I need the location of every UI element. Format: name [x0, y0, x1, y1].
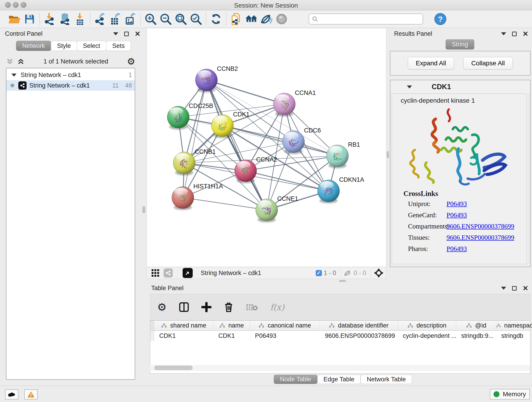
float-panel-icon[interactable]	[512, 286, 517, 291]
search-input[interactable]	[318, 15, 420, 23]
export-network-button[interactable]	[93, 12, 108, 26]
help-button[interactable]: ?	[433, 12, 448, 26]
export-image-button[interactable]	[123, 12, 138, 26]
network-edge[interactable]	[183, 198, 267, 210]
network-row-selected[interactable]: String Network – cdk1 11 48	[6, 80, 135, 91]
network-graph[interactable]: CCNB2CCNA1CDC25BCDK1CDC6RB1CCNB1CCNA2CDK…	[147, 28, 386, 267]
crosslink-uniprot-link[interactable]: P06493	[447, 200, 467, 208]
tab-select[interactable]: Select	[77, 41, 106, 51]
clone-network-button[interactable]	[229, 12, 244, 26]
network-node-HIST1H1A[interactable]: HIST1H1A	[172, 183, 223, 210]
import-table-button[interactable]	[72, 12, 88, 26]
birdseye-view-button[interactable]	[183, 268, 193, 278]
table-cell[interactable]: cyclin-dependent ...	[398, 331, 456, 341]
collection-expand-icon[interactable]	[12, 74, 17, 77]
column-header-6[interactable]: namespac	[496, 321, 532, 330]
save-session-button[interactable]	[22, 12, 37, 26]
cloud-status-button[interactable]	[5, 389, 18, 400]
network-edge[interactable]	[206, 80, 267, 210]
table-hscrollbar-thumb[interactable]	[154, 366, 193, 370]
add-column-icon[interactable]	[201, 302, 211, 312]
import-network-file-button[interactable]	[42, 12, 57, 26]
open-session-button[interactable]	[7, 12, 22, 26]
import-network-database-button[interactable]	[57, 12, 72, 26]
delete-column-icon[interactable]	[224, 302, 234, 313]
collapse-all-button[interactable]: Collapse All	[463, 57, 513, 70]
search-field[interactable]	[309, 13, 423, 25]
results-panel-title: Results Panel	[394, 30, 432, 37]
warnings-button[interactable]	[24, 389, 38, 400]
column-header-4[interactable]: description	[398, 321, 456, 330]
left-splitter-handle[interactable]	[143, 206, 145, 213]
tab-edge-table[interactable]: Edge Table	[317, 375, 361, 384]
crosslink-compartments-link[interactable]: 9606.ENSP00000378699	[447, 223, 514, 230]
table-hscrollbar[interactable]	[150, 365, 530, 371]
float-panel-icon[interactable]	[124, 32, 129, 36]
zoom-out-button[interactable]	[158, 12, 173, 26]
table-cell[interactable]: P06493	[250, 331, 320, 341]
table-cell[interactable]: CDK1	[154, 331, 213, 341]
zoom-out-icon	[160, 13, 172, 25]
network-node-CDKN1A[interactable]: CDKN1A	[317, 176, 364, 203]
table-options-gear-icon[interactable]: ⚙	[157, 302, 167, 313]
table-cell[interactable]: 9606.ENSP00000378699	[320, 331, 398, 341]
close-panel-icon[interactable]: ✕	[523, 32, 528, 36]
expand-all-icon[interactable]	[17, 57, 25, 65]
tab-string[interactable]: String	[446, 39, 474, 50]
function-builder-button: f(x)	[270, 303, 284, 312]
network-options-gear-icon[interactable]: ⚙	[127, 57, 135, 66]
panel-menu-icon[interactable]	[501, 287, 506, 290]
tab-network[interactable]: Network	[16, 41, 51, 51]
panel-menu-icon[interactable]	[113, 32, 118, 35]
hide-glass-button[interactable]	[259, 12, 274, 26]
column-header-1[interactable]: name	[213, 321, 250, 330]
export-table-button[interactable]	[108, 12, 123, 26]
close-panel-icon[interactable]: ✕	[135, 32, 140, 36]
network-thumbnail-icon[interactable]	[164, 268, 173, 278]
expand-all-button[interactable]: Expand All	[408, 57, 454, 70]
column-header-3[interactable]: database identifier	[320, 321, 398, 330]
protein-collapse-icon[interactable]	[407, 85, 412, 89]
apply-layout-button[interactable]	[209, 12, 224, 26]
tab-node-table[interactable]: Node Table	[274, 375, 317, 384]
import-network-icon	[44, 13, 56, 25]
network-edge[interactable]	[206, 80, 284, 104]
zoom-in-button[interactable]	[143, 12, 158, 26]
table-cell[interactable]: stringdb	[496, 331, 532, 341]
tab-network-table[interactable]: Network Table	[361, 375, 412, 384]
grid-view-icon[interactable]	[151, 269, 159, 277]
show-columns-icon[interactable]	[179, 302, 189, 312]
table-cell[interactable]: CDK1	[213, 331, 250, 341]
column-header-5[interactable]: @id	[456, 321, 496, 330]
selected-checkbox-icon[interactable]: ✓	[316, 270, 322, 276]
network-node-CCNA1[interactable]: CCNA1	[273, 89, 316, 116]
zoom-fit-button[interactable]	[173, 12, 188, 26]
network-node-CDC25B[interactable]: CDC25B	[167, 102, 213, 129]
network-node-RB1[interactable]: RB1	[326, 141, 360, 168]
crosslink-genecard-link[interactable]: P06493	[447, 211, 467, 219]
crosslink-pharos-link[interactable]: P06493	[447, 245, 467, 253]
table-row[interactable]: CDK1CDK1P064939606.ENSP00000378699cyclin…	[150, 331, 530, 341]
tab-style[interactable]: Style	[51, 41, 77, 51]
window-title: Session: New Session	[0, 2, 532, 9]
network-node-CDK1[interactable]: CDK1	[211, 111, 249, 138]
collapse-all-icon[interactable]	[6, 57, 14, 65]
column-header-2[interactable]: canonical name	[250, 321, 320, 330]
network-collection-row[interactable]: String Network – cdk1 1	[6, 70, 135, 80]
table-cell[interactable]: stringdb:9...	[456, 331, 496, 341]
table-panel: Table Panel ✕ ⚙	[148, 282, 532, 386]
close-panel-icon[interactable]: ✕	[523, 286, 528, 291]
column-header-0[interactable]: shared name	[154, 321, 213, 330]
tab-sets[interactable]: Sets	[106, 41, 131, 51]
zoom-selected-button[interactable]	[188, 12, 203, 26]
panel-menu-icon[interactable]	[501, 32, 506, 35]
show-glass-button[interactable]	[274, 12, 289, 26]
crosslink-tissues-link[interactable]: 9606.ENSP00000378699	[447, 234, 514, 241]
pan-crosshair-icon[interactable]	[374, 268, 384, 278]
network-edge[interactable]	[183, 80, 206, 198]
network-canvas[interactable]: CCNB2CCNA1CDC25BCDK1CDC6RB1CCNB1CCNA2CDK…	[147, 28, 386, 267]
results-scrollbar[interactable]	[526, 94, 529, 264]
home-networks-button[interactable]	[244, 12, 259, 26]
float-panel-icon[interactable]	[512, 32, 517, 36]
memory-button[interactable]: Memory	[490, 389, 530, 400]
